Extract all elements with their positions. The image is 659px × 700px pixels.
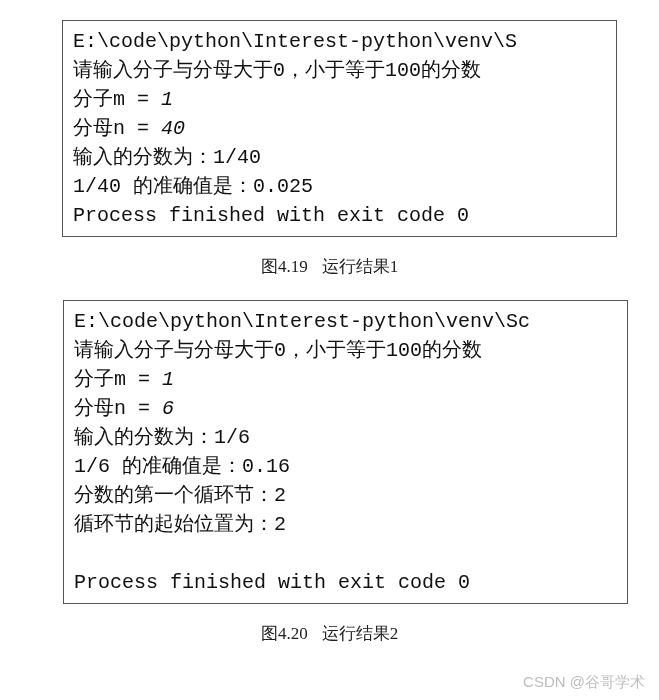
output-line: 分数的第一个循环节：2 bbox=[74, 481, 617, 510]
output-line-blank bbox=[74, 539, 617, 568]
output-line: 请输入分子与分母大于0，小于等于100的分数 bbox=[73, 56, 606, 85]
caption-label: 图4.20 bbox=[261, 624, 308, 643]
watermark: CSDN @谷哥学术 bbox=[523, 673, 645, 692]
terminal-output-1: E:\code\python\Interest-python\venv\S 请输… bbox=[62, 20, 617, 237]
output-line: 1/6 的准确值是：0.16 bbox=[74, 452, 617, 481]
output-line: E:\code\python\Interest-python\venv\Sc bbox=[74, 307, 617, 336]
output-line: Process finished with exit code 0 bbox=[73, 201, 606, 230]
output-line: E:\code\python\Interest-python\venv\S bbox=[73, 27, 606, 56]
caption-label: 图4.19 bbox=[261, 257, 308, 276]
output-line: 分子m = 1 bbox=[73, 85, 606, 114]
output-line: 请输入分子与分母大于0，小于等于100的分数 bbox=[74, 336, 617, 365]
caption-title: 运行结果2 bbox=[322, 624, 399, 643]
figure-caption-2: 图4.20运行结果2 bbox=[0, 622, 659, 645]
output-line: 分母n = 6 bbox=[74, 394, 617, 423]
terminal-output-2: E:\code\python\Interest-python\venv\Sc 请… bbox=[63, 300, 628, 604]
figure-caption-1: 图4.19运行结果1 bbox=[0, 255, 659, 278]
output-line: 1/40 的准确值是：0.025 bbox=[73, 172, 606, 201]
output-line: 输入的分数为：1/40 bbox=[73, 143, 606, 172]
output-line: 输入的分数为：1/6 bbox=[74, 423, 617, 452]
output-line: 分母n = 40 bbox=[73, 114, 606, 143]
output-line: 循环节的起始位置为：2 bbox=[74, 510, 617, 539]
caption-title: 运行结果1 bbox=[322, 257, 399, 276]
output-line: 分子m = 1 bbox=[74, 365, 617, 394]
output-line: Process finished with exit code 0 bbox=[74, 568, 617, 597]
